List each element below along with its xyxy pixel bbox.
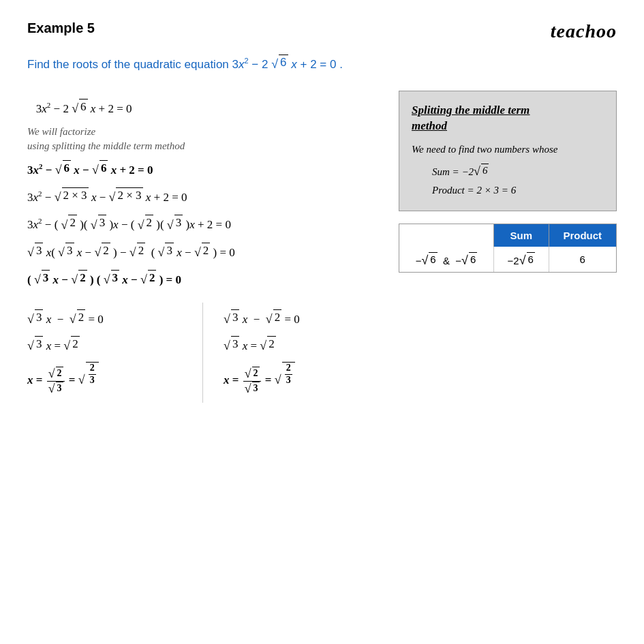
sqrt-2over3-right: √23 [275, 362, 295, 386]
method-title: Splitting the middle termmethod [412, 102, 604, 135]
sqrt-2over3-left: √23 [78, 362, 99, 386]
sqrt-6-tsum: √6 [519, 252, 535, 266]
solution-columns: √3 x − √2 = 0 √3 x = √2 x = [27, 303, 385, 403]
problem-statement: Find the roots of the quadratic equation… [27, 55, 617, 74]
step-6: ( √3 x − √2 ) ( √3 x − √2 ) = 0 [27, 270, 385, 289]
step-5: √3 x( √3 x − √2 ) − √2 ( √3 x − √2 ) = 0 [27, 243, 385, 262]
sum-info: Sum = −2√6 [432, 163, 604, 181]
sqrt-2x3-a: √2 × 3 [55, 187, 89, 203]
sqrt-3-e: √3 [158, 243, 174, 258]
header: Example 5 teachoo [27, 20, 617, 42]
sqrt-2-f: √2 [71, 270, 87, 286]
sol-right-2: √3 x = √2 [224, 336, 385, 355]
sqrt-2-sol-r1: √2 [266, 309, 281, 325]
method-box: Splitting the middle termmethod We need … [399, 91, 617, 212]
sqrt-2-a: √2 [61, 215, 77, 230]
sol-left-2: √3 x = √2 [27, 336, 189, 355]
sidebar: Splitting the middle termmethod We need … [399, 91, 617, 403]
sol-left-1: √3 x − √2 = 0 [27, 309, 189, 328]
step-3: 3x2 − √2 × 3 x − √2 × 3 x + 2 = 0 [27, 187, 385, 206]
sqrt-3-sol-r2: √3 [224, 336, 239, 352]
frac-left: √2 √3 [47, 367, 65, 396]
frac-right: √2 √3 [243, 367, 261, 396]
sqrt-3-sol-l1: √3 [27, 309, 43, 325]
sol-left-3: x = √2 √3 = √23 [27, 362, 189, 396]
table-header-product: Product [549, 224, 616, 247]
sqrt-3-f: √3 [34, 270, 50, 286]
step-1: 3x2 − 2 √6 x + 2 = 0 [27, 99, 385, 118]
sqrt-3-c: √3 [27, 243, 43, 258]
sum-product-table-container: Sum Product −√6 & −√6 −2√6 [399, 224, 617, 273]
note-method: using splitting the middle term method [27, 140, 385, 152]
step-2: 3x2 − √6 x − √6 x + 2 = 0 [27, 160, 385, 179]
brand-logo: teachoo [551, 20, 617, 42]
solution-col-right: √3 x − √2 = 0 √3 x = √2 x = [203, 303, 385, 403]
sqrt-3-d: √3 [58, 243, 74, 258]
sqrt-3-sol-l2: √3 [27, 336, 43, 352]
sum-product-table: Sum Product −√6 & −√6 −2√6 [399, 224, 616, 272]
sqrt-2-sol-l3n: √2 [48, 367, 63, 380]
sqrt-2-sol-l1: √2 [70, 309, 85, 325]
table-cell-product: 6 [549, 247, 616, 272]
sqrt-2-sol-r2: √2 [260, 336, 275, 352]
sqrt-2-g: √2 [140, 270, 156, 286]
sum-product-info: Sum = −2√6 Product = 2 × 3 = 6 [412, 163, 604, 200]
sqrt-6-t1: √6 [421, 252, 437, 266]
table-header-pairs [399, 224, 493, 247]
solution-steps: 3x2 − 2 √6 x + 2 = 0 We will factorize u… [27, 91, 385, 403]
sqrt-2-e: √2 [194, 243, 210, 258]
example-title: Example 5 [27, 20, 95, 36]
method-desc: We need to find two numbers whose [412, 141, 604, 157]
product-info: Product = 2 × 3 = 6 [432, 181, 604, 200]
sqrt-3-a: √3 [91, 215, 106, 230]
sol-right-1: √3 x − √2 = 0 [224, 309, 385, 328]
sqrt-6-t2: √6 [461, 252, 477, 266]
sqrt-6-problem: √6 [271, 55, 288, 70]
table-cell-sum: −2√6 [493, 247, 549, 272]
table-header-sum: Sum [493, 224, 549, 247]
sqrt-2-c: √2 [94, 243, 110, 258]
sqrt-6-step2b: √6 [92, 160, 108, 176]
page: Example 5 teachoo Find the roots of the … [0, 0, 644, 644]
sqrt-6-sidebar: √6 [474, 164, 489, 178]
main-content: 3x2 − 2 √6 x + 2 = 0 We will factorize u… [27, 91, 617, 403]
sqrt-2x3-b: √2 × 3 [109, 187, 143, 203]
sqrt-3-sol-r3d: √3 [245, 382, 260, 395]
table-row-1: −√6 & −√6 −2√6 6 [399, 247, 616, 272]
sqrt-2-d: √2 [129, 243, 145, 258]
sqrt-2-b: √2 [138, 215, 153, 230]
step-4: 3x2 − ( √2 )( √3 )x − ( √2 )( √3 )x + 2 … [27, 215, 385, 234]
note-factorize: We will factorize [27, 126, 385, 138]
sqrt-3-sol-r1: √3 [224, 309, 239, 325]
sqrt-6-step2a: √6 [55, 160, 71, 176]
sqrt-2-sol-l2: √2 [63, 336, 79, 352]
sqrt-3-g: √3 [104, 270, 119, 286]
frac-right-inner: 23 [285, 363, 292, 386]
sqrt-3-sol-l3d: √3 [48, 382, 63, 395]
sol-right-3: x = √2 √3 = √23 [224, 362, 385, 396]
solution-col-left: √3 x − √2 = 0 √3 x = √2 x = [27, 303, 203, 403]
sqrt-3-b: √3 [167, 215, 183, 230]
sqrt-6-step1: √6 [72, 99, 87, 114]
table-cell-pairs: −√6 & −√6 [399, 247, 493, 272]
frac-left-inner: 23 [89, 363, 96, 386]
sqrt-2-sol-r3n: √2 [245, 367, 260, 380]
